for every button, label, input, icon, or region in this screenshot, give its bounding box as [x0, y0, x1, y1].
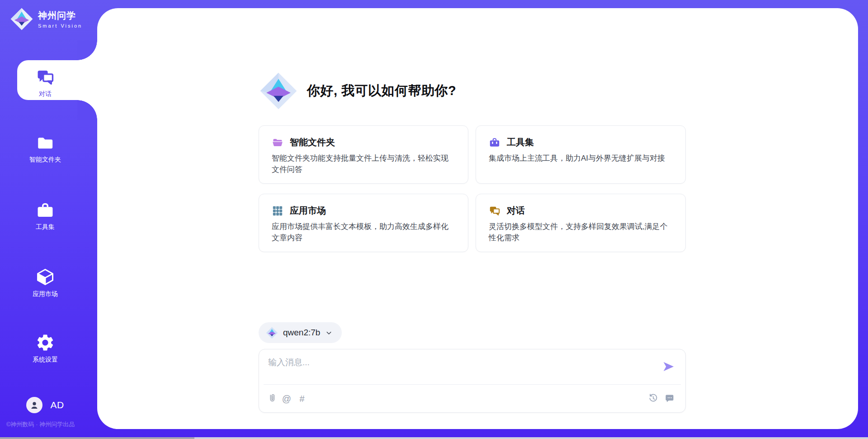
greeting-heading: 你好, 我可以如何帮助你? — [307, 82, 456, 100]
sidebar: 神州问学 Smart Vision 对话 智能文件夹 — [0, 0, 97, 439]
user-profile[interactable]: AD — [0, 395, 90, 415]
feature-cards: 智能文件夹 智能文件夹功能支持批量文件上传与清洗，轻松实现文件问答 工具集 集成… — [259, 125, 686, 252]
grid-icon — [272, 205, 283, 217]
sidebar-item-label: 系统设置 — [33, 356, 58, 364]
paperclip-icon — [267, 393, 277, 404]
card-header: 工具集 — [489, 136, 673, 148]
hash-icon: # — [299, 394, 304, 404]
card-title: 对话 — [507, 205, 525, 217]
mention-button[interactable]: @ — [281, 393, 292, 405]
model-selector[interactable]: qwen2:7b — [259, 322, 342, 343]
attach-button[interactable] — [266, 393, 278, 405]
toolbox-icon — [489, 137, 500, 148]
gear-icon — [35, 333, 55, 353]
brand-text: 神州问学 Smart Vision — [38, 10, 82, 29]
card-toolbox[interactable]: 工具集 集成市场上主流工具，助力AI与外界无缝扩展与对接 — [476, 125, 686, 184]
card-header: 对话 — [489, 205, 673, 217]
greeting-section: 你好, 我可以如何帮助你? — [259, 72, 456, 110]
sidebar-item-label: 工具集 — [36, 223, 55, 231]
active-tab-scoop-top — [77, 40, 97, 60]
composer-toolbar: @ # — [259, 385, 685, 412]
folder-open-icon — [272, 137, 283, 148]
hashtag-button[interactable]: # — [296, 393, 308, 405]
history-button[interactable] — [647, 393, 659, 405]
sidebar-item-settings[interactable]: 系统设置 — [0, 327, 90, 369]
card-chat[interactable]: 对话 灵活切换多模型文件，支持多样回复效果调试,满足个性化需求 — [476, 194, 686, 252]
card-header: 智能文件夹 — [272, 136, 455, 148]
brand: 神州问学 Smart Vision — [10, 7, 82, 31]
feedback-button[interactable] — [664, 393, 675, 405]
folder-icon — [36, 134, 55, 153]
active-tab-background — [17, 60, 97, 100]
main-panel: 你好, 我可以如何帮助你? 智能文件夹 智能文件夹功能支持批量文件上传与清洗，轻… — [97, 8, 858, 429]
sidebar-item-label: 对话 — [39, 90, 52, 98]
avatar — [26, 397, 42, 413]
card-description: 灵活切换多模型文件，支持多样回复效果调试,满足个性化需求 — [489, 221, 673, 243]
scrollbar-thumb[interactable] — [0, 437, 194, 439]
composer: @ # — [259, 349, 686, 413]
card-smart-folder[interactable]: 智能文件夹 智能文件夹功能支持批量文件上传与清洗，轻松实现文件问答 — [259, 125, 468, 184]
card-description: 集成市场上主流工具，助力AI与外界无缝扩展与对接 — [489, 153, 673, 164]
card-title: 智能文件夹 — [290, 136, 335, 148]
card-description: 应用市场提供丰富长文本模板，助力高效生成多样化文章内容 — [272, 221, 455, 243]
sidebar-item-label: 智能文件夹 — [29, 156, 61, 164]
chat-icon — [36, 68, 55, 87]
send-icon — [662, 360, 675, 373]
chat-icon — [489, 205, 500, 217]
sidebar-item-label: 应用市场 — [33, 290, 58, 298]
card-header: 应用市场 — [272, 205, 455, 217]
horizontal-scrollbar[interactable] — [0, 437, 868, 439]
card-title: 工具集 — [507, 136, 534, 148]
history-icon — [648, 393, 659, 404]
card-app-market[interactable]: 应用市场 应用市场提供丰富长文本模板，助力高效生成多样化文章内容 — [259, 194, 468, 252]
cube-icon — [35, 267, 55, 287]
chat-bubble-icon — [664, 393, 675, 404]
sidebar-item-chat[interactable]: 对话 — [0, 60, 90, 100]
at-icon: @ — [282, 394, 291, 404]
sidebar-item-smart-folder[interactable]: 智能文件夹 — [0, 128, 90, 170]
card-title: 应用市场 — [290, 205, 326, 217]
person-icon — [29, 400, 39, 410]
sidebar-item-app-market[interactable]: 应用市场 — [0, 262, 90, 303]
assistant-diamond-icon — [259, 72, 298, 110]
sidebar-footer: ©神州数码 · 神州问学出品 — [6, 420, 97, 429]
chevron-down-icon — [325, 329, 333, 337]
active-tab-scoop-bottom — [77, 100, 97, 120]
brand-name: 神州问学 — [38, 10, 82, 22]
send-button[interactable] — [662, 360, 675, 373]
sidebar-item-toolbox[interactable]: 工具集 — [0, 196, 90, 237]
brand-subtitle: Smart Vision — [38, 23, 82, 29]
user-initials: AD — [50, 400, 64, 410]
message-input[interactable] — [259, 349, 685, 382]
model-diamond-icon — [266, 327, 278, 339]
brand-diamond-icon — [10, 7, 33, 31]
card-description: 智能文件夹功能支持批量文件上传与清洗，轻松实现文件问答 — [272, 153, 455, 175]
toolbox-icon — [36, 201, 55, 220]
model-name: qwen2:7b — [283, 328, 320, 338]
